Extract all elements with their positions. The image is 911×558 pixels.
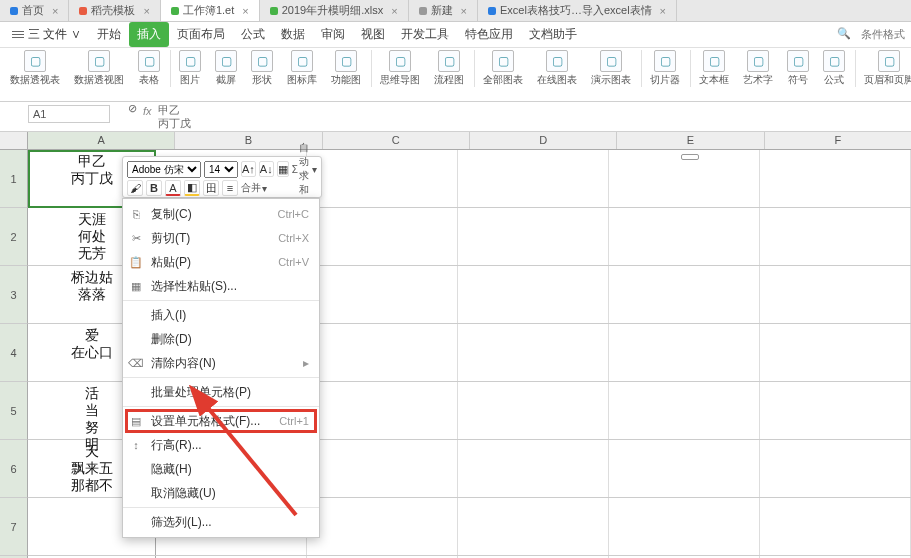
row-header[interactable]: 3 [0, 266, 28, 324]
column-header[interactable]: D [470, 132, 617, 149]
menu-item[interactable]: 公式 [233, 22, 273, 47]
ribbon-button[interactable]: ▢功能图 [327, 50, 365, 87]
cell[interactable] [307, 266, 458, 323]
close-icon[interactable]: × [52, 5, 58, 17]
ribbon-button[interactable]: ▢截屏 [211, 50, 241, 87]
ribbon-button[interactable]: ▢形状 [247, 50, 277, 87]
font-color-icon[interactable]: A [165, 180, 181, 196]
doc-tab[interactable]: 新建× [409, 0, 478, 21]
cell[interactable] [760, 208, 911, 265]
cell[interactable] [760, 498, 911, 555]
column-header[interactable]: F [765, 132, 911, 149]
decrease-font-icon[interactable]: A↓ [259, 161, 274, 177]
cell[interactable] [609, 382, 760, 439]
context-menu-item[interactable]: 筛选列(L)... [123, 510, 319, 534]
search-icon[interactable]: 🔍 [837, 27, 851, 42]
merge-icon[interactable]: ▦ [277, 161, 289, 177]
close-icon[interactable]: × [660, 5, 666, 17]
ribbon-button[interactable]: ▢页眉和页脚 [855, 50, 911, 87]
context-menu-item[interactable]: 批量处理单元格(P) [123, 380, 319, 404]
fill-color-icon[interactable]: ◧ [184, 180, 200, 196]
cell[interactable] [760, 382, 911, 439]
menu-item[interactable]: 插入 [129, 22, 169, 47]
ribbon-button[interactable]: ▢艺术字 [739, 50, 777, 87]
close-icon[interactable]: × [143, 5, 149, 17]
context-menu-item[interactable]: ↕行高(R)... [123, 433, 319, 457]
cell[interactable] [760, 266, 911, 323]
close-icon[interactable]: × [391, 5, 397, 17]
select-all-corner[interactable] [0, 132, 28, 149]
context-menu-item[interactable]: ⎘复制(C)Ctrl+C [123, 202, 319, 226]
cell[interactable] [458, 440, 609, 497]
cell[interactable] [760, 324, 911, 381]
row-header[interactable]: 5 [0, 382, 28, 440]
menu-item[interactable]: 文档助手 [521, 22, 585, 47]
bold-button[interactable]: B [146, 180, 162, 196]
cell[interactable] [458, 208, 609, 265]
menu-item[interactable]: 视图 [353, 22, 393, 47]
ribbon-button[interactable]: ▢表格 [134, 50, 164, 87]
menu-item[interactable]: 开发工具 [393, 22, 457, 47]
ribbon-button[interactable]: ▢文本框 [690, 50, 733, 87]
cell[interactable] [760, 440, 911, 497]
cell[interactable] [609, 208, 760, 265]
name-box[interactable] [28, 105, 110, 123]
row-header[interactable]: 4 [0, 324, 28, 382]
cell[interactable] [760, 150, 911, 207]
cancel-icon[interactable]: ⊘ [128, 102, 137, 115]
file-menu[interactable]: 三 文件 ∨ [6, 24, 87, 45]
column-header[interactable]: E [617, 132, 764, 149]
close-icon[interactable]: × [461, 5, 467, 17]
ribbon-button[interactable]: ▢在线图表 [533, 50, 581, 87]
context-menu-item[interactable]: ⌫清除内容(N)▸ [123, 351, 319, 375]
format-painter-icon[interactable]: 🖌 [127, 180, 143, 196]
cell[interactable] [609, 324, 760, 381]
merge-button[interactable]: 合并▾ [241, 181, 267, 195]
align-icon[interactable]: ≡ [222, 180, 238, 196]
cell[interactable] [307, 150, 458, 207]
menu-item[interactable]: 数据 [273, 22, 313, 47]
row-header[interactable]: 7 [0, 498, 28, 556]
cell[interactable] [609, 498, 760, 555]
ribbon-button[interactable]: ▢符号 [783, 50, 813, 87]
menu-item[interactable]: 页面布局 [169, 22, 233, 47]
ribbon-button[interactable]: ▢演示图表 [587, 50, 635, 87]
ribbon-button[interactable]: ▢全部图表 [474, 50, 527, 87]
cell[interactable] [458, 150, 609, 207]
doc-tab[interactable]: 稻壳模板× [69, 0, 160, 21]
cell[interactable] [458, 382, 609, 439]
context-menu-item[interactable]: ▦选择性粘贴(S)... [123, 274, 319, 298]
cell[interactable] [609, 150, 760, 207]
cell[interactable] [609, 440, 760, 497]
row-header[interactable]: 2 [0, 208, 28, 266]
cell[interactable] [307, 382, 458, 439]
cell[interactable] [307, 498, 458, 555]
menu-item[interactable]: 开始 [89, 22, 129, 47]
ribbon-button[interactable]: ▢思维导图 [371, 50, 424, 87]
row-header[interactable]: 1 [0, 150, 28, 208]
cell[interactable] [307, 324, 458, 381]
ribbon-button[interactable]: ▢图片 [170, 50, 205, 87]
context-menu-item[interactable]: 📋粘贴(P)Ctrl+V [123, 250, 319, 274]
cell[interactable] [307, 208, 458, 265]
ribbon-button[interactable]: ▢流程图 [430, 50, 468, 87]
sum-button[interactable]: Σ自动求和▾ [292, 141, 317, 197]
search-text[interactable]: 条件格式 [861, 27, 905, 42]
context-menu-item[interactable]: 删除(D) [123, 327, 319, 351]
border-icon[interactable]: 田 [203, 180, 219, 196]
cell[interactable] [609, 266, 760, 323]
menu-item[interactable]: 审阅 [313, 22, 353, 47]
ribbon-button[interactable]: ▢数据透视表 [6, 50, 64, 87]
column-header[interactable]: C [323, 132, 470, 149]
cell[interactable] [458, 266, 609, 323]
font-select[interactable]: Adobe 仿宋 [127, 161, 201, 178]
ribbon-button[interactable]: ▢图标库 [283, 50, 321, 87]
column-header[interactable]: A [28, 132, 175, 149]
context-menu-item[interactable]: 隐藏(H) [123, 457, 319, 481]
close-icon[interactable]: × [242, 5, 248, 17]
doc-tab[interactable]: 首页× [0, 0, 69, 21]
row-header[interactable]: 6 [0, 440, 28, 498]
cell[interactable] [458, 498, 609, 555]
increase-font-icon[interactable]: A↑ [241, 161, 256, 177]
font-size-select[interactable]: 14 [204, 161, 238, 178]
